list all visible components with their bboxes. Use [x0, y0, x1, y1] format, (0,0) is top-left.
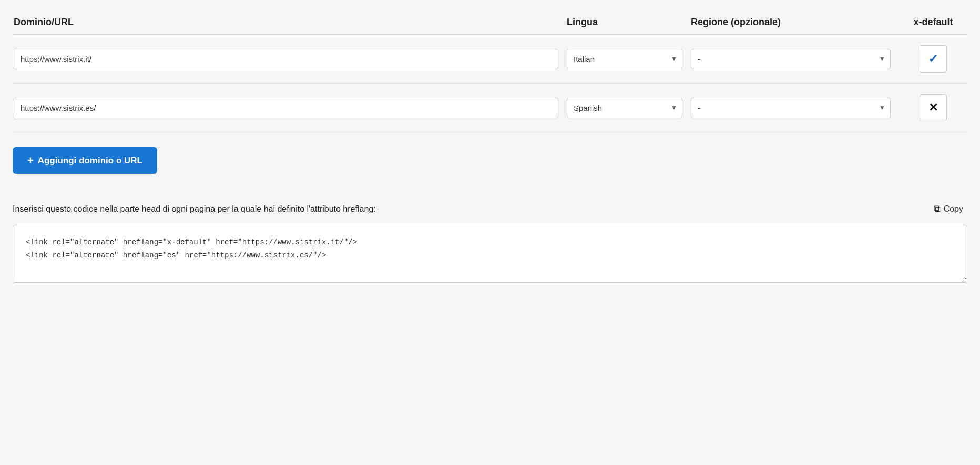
domain-input-1[interactable]: [13, 49, 558, 69]
header-regione: Regione (opzionale): [691, 17, 891, 28]
checkmark-icon: ✓: [928, 51, 938, 66]
table-header: Dominio/URL Lingua Regione (opzionale) x…: [13, 17, 967, 35]
domain-cell-2: [13, 98, 558, 118]
copy-button[interactable]: ⧉ Copy: [930, 201, 967, 216]
add-domain-button[interactable]: + Aggiungi dominio o URL: [13, 147, 157, 174]
region-select-1[interactable]: - IT ES FR DE US: [691, 49, 891, 69]
plus-icon: +: [27, 154, 34, 167]
xdefault-toggle-2[interactable]: ✕: [920, 94, 947, 121]
language-select-1[interactable]: Italian Spanish French German English Po…: [567, 49, 682, 69]
xdefault-cell-2: ✕: [899, 94, 967, 121]
language-cell-2: Italian Spanish French German English Po…: [567, 98, 682, 118]
code-line-2: <link rel="alternate" hreflang="es" href…: [26, 249, 954, 262]
add-button-label: Aggiungi dominio o URL: [38, 156, 142, 166]
header-lingua: Lingua: [567, 17, 682, 28]
language-cell-1: Italian Spanish French German English Po…: [567, 49, 682, 69]
language-select-2[interactable]: Italian Spanish French German English Po…: [567, 98, 682, 118]
cross-icon: ✕: [928, 101, 938, 115]
code-output-box: <link rel="alternate" hreflang="x-defaul…: [13, 225, 967, 283]
domain-cell-1: [13, 49, 558, 69]
instructions-section: Inserisci questo codice nella parte head…: [13, 201, 967, 283]
header-xdefault: x-default: [899, 17, 967, 28]
code-line-1: <link rel="alternate" hreflang="x-defaul…: [26, 236, 954, 249]
region-select-2[interactable]: - IT ES FR DE US: [691, 98, 891, 118]
domain-input-2[interactable]: [13, 98, 558, 118]
xdefault-cell-1: ✓: [899, 45, 967, 73]
copy-label: Copy: [944, 204, 963, 214]
copy-icon: ⧉: [934, 203, 941, 214]
table-row: Italian Spanish French German English Po…: [13, 35, 967, 84]
xdefault-toggle-1[interactable]: ✓: [920, 45, 947, 73]
header-domain: Dominio/URL: [13, 17, 558, 28]
instructions-row: Inserisci questo codice nella parte head…: [13, 201, 967, 216]
region-cell-2: - IT ES FR DE US ▼: [691, 98, 891, 118]
region-cell-1: - IT ES FR DE US ▼: [691, 49, 891, 69]
instructions-text: Inserisci questo codice nella parte head…: [13, 204, 376, 214]
table-row: Italian Spanish French German English Po…: [13, 84, 967, 132]
